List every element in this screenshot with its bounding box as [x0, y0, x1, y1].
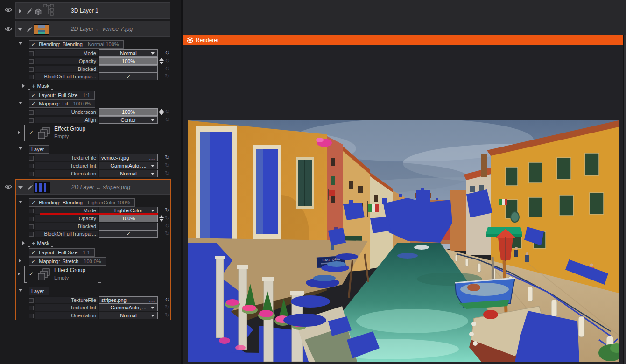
effect-group-block[interactable]: ✓ Effect Group Empty [24, 125, 101, 141]
reset-icon[interactable]: ↻ [165, 230, 169, 237]
layer-header-venice[interactable]: 2D Layer ← venice-7.jpg [15, 21, 170, 37]
animate-checkbox[interactable] [29, 298, 34, 303]
chevron-down-icon[interactable] [18, 186, 23, 189]
chevron-down-icon [151, 119, 155, 121]
underscan-input[interactable]: 100% [99, 108, 158, 116]
chevron-down-icon[interactable] [19, 102, 22, 104]
check-icon[interactable]: ✓ [29, 271, 34, 277]
reset-icon[interactable]: ↻ [165, 223, 169, 230]
reset-icon[interactable]: ↻ [165, 304, 169, 311]
add-mask-button[interactable]: + Mask [28, 82, 53, 90]
chevron-down-icon[interactable] [19, 289, 22, 292]
reset-icon[interactable]: ↻ [165, 73, 169, 80]
reset-icon[interactable]: ↻ [165, 154, 169, 161]
mapping-group-header[interactable]: ✓ Mapping: Stretch 100.0% [29, 257, 106, 266]
blocked-field[interactable]: — [99, 65, 158, 73]
mode-dropdown[interactable]: Normal [99, 49, 158, 57]
chevron-right-icon[interactable] [18, 272, 20, 276]
visibility-eye-icon[interactable] [5, 26, 12, 32]
value-stepper[interactable] [159, 109, 164, 115]
renderer-titlebar[interactable]: Renderer [183, 35, 623, 45]
texture-hint-dropdown[interactable]: GammaAuto, ... [99, 304, 158, 311]
animate-checkbox[interactable] [29, 164, 34, 168]
reset-icon[interactable]: ↻ [165, 65, 169, 72]
texture-file-input[interactable]: venice-7.jpg... [99, 154, 158, 161]
reset-icon[interactable]: ↻ [165, 116, 169, 123]
animate-checkbox[interactable] [29, 156, 34, 161]
chevron-down-icon[interactable] [19, 147, 22, 150]
animate-checkbox[interactable] [29, 172, 34, 176]
reset-icon[interactable]: ↻ [165, 57, 169, 64]
layout-group-header[interactable]: ✓ Layout: Full Size 1:1 [29, 91, 95, 99]
reset-icon[interactable]: ↻ [165, 162, 169, 169]
block-on-full-checkbox[interactable]: ✓ [99, 230, 158, 238]
layer-section-header[interactable]: Layer [29, 287, 49, 295]
chevron-down-icon[interactable] [19, 42, 22, 45]
animate-checkbox[interactable] [29, 110, 34, 115]
effect-group-icon [37, 268, 51, 281]
animate-checkbox[interactable] [29, 224, 34, 229]
animate-checkbox[interactable] [29, 59, 34, 64]
check-icon[interactable]: ✓ [31, 92, 35, 98]
animate-checkbox[interactable] [29, 232, 34, 237]
renderer-scrollbar[interactable] [623, 35, 626, 364]
mapping-group-header[interactable]: ✓ Mapping: Fit 100.0% [29, 99, 95, 108]
pencil-edit-icon[interactable] [26, 26, 33, 32]
opacity-input[interactable]: 100% [99, 215, 158, 222]
reset-icon[interactable]: ↻ [165, 49, 169, 56]
animate-checkbox[interactable] [29, 314, 34, 318]
animate-checkbox[interactable] [29, 217, 34, 221]
reset-icon[interactable]: ↻ [165, 108, 169, 115]
chevron-right-icon[interactable] [22, 84, 25, 88]
browse-button[interactable]: ... [149, 297, 155, 303]
check-icon[interactable]: ✓ [31, 200, 35, 206]
chevron-down-icon[interactable] [18, 28, 22, 31]
animate-checkbox[interactable] [29, 306, 34, 310]
blocked-field[interactable]: — [99, 223, 158, 230]
orientation-dropdown[interactable]: Normal [99, 170, 158, 177]
browse-button[interactable]: ... [149, 154, 155, 161]
value-stepper[interactable] [159, 58, 164, 64]
layer-thumbnail-venice [34, 24, 49, 35]
check-icon[interactable]: ✓ [31, 259, 35, 265]
chevron-right-icon[interactable] [19, 259, 21, 263]
orientation-dropdown[interactable]: Normal [99, 312, 158, 319]
pencil-edit-icon[interactable] [27, 184, 33, 190]
blending-group-header[interactable]: ✓ Blending: Blending Normal 100% [29, 40, 124, 49]
add-mask-button[interactable]: + Mask [28, 239, 53, 247]
chevron-right-icon[interactable] [22, 241, 25, 245]
chevron-down-icon[interactable] [19, 201, 22, 203]
visibility-eye-icon[interactable] [5, 7, 12, 13]
reset-icon[interactable]: ↻ [165, 170, 169, 177]
layer-section-header[interactable]: Layer [29, 145, 49, 154]
layer-header-3d[interactable]: 3D Layer 1 [15, 2, 170, 19]
align-dropdown[interactable]: Center [99, 116, 158, 124]
underscan-row: Underscan 100% ↻ [0, 108, 181, 116]
check-icon[interactable]: ✓ [31, 101, 35, 107]
check-icon[interactable]: ✓ [31, 42, 35, 48]
reset-icon[interactable]: ↻ [165, 312, 169, 319]
layer-header-stripes[interactable]: 2D Layer ← stripes.png [16, 180, 170, 195]
animate-checkbox[interactable] [29, 75, 34, 79]
check-icon[interactable]: ✓ [31, 250, 35, 256]
reset-icon[interactable]: ↻ [165, 296, 169, 303]
animate-checkbox[interactable] [29, 118, 34, 123]
reset-icon[interactable]: ↻ [165, 207, 169, 214]
animate-checkbox[interactable] [29, 67, 34, 72]
chevron-right-icon[interactable] [19, 9, 21, 14]
opacity-input[interactable]: 100% [99, 57, 158, 65]
reset-icon[interactable]: ↻ [165, 215, 169, 222]
blending-group-header[interactable]: ✓ Blending: Blending LighterColor 100% [29, 198, 135, 207]
visibility-eye-icon[interactable] [5, 184, 12, 189]
check-icon[interactable]: ✓ [29, 129, 34, 136]
animate-checkbox[interactable] [29, 209, 34, 213]
texture-hint-dropdown[interactable]: GammaAuto, ... [99, 162, 158, 169]
block-on-full-checkbox[interactable]: ✓ [99, 73, 158, 80]
pencil-edit-icon[interactable] [26, 7, 33, 14]
texture-file-input[interactable]: stripes.png... [99, 296, 158, 304]
animate-checkbox[interactable] [29, 51, 34, 56]
chevron-right-icon[interactable] [18, 131, 20, 134]
effect-group-block[interactable]: ✓ Effect Group Empty [24, 266, 101, 283]
layout-group-header[interactable]: ✓ Layout: Full Size 1:1 [29, 248, 95, 257]
value-stepper[interactable] [159, 215, 164, 222]
